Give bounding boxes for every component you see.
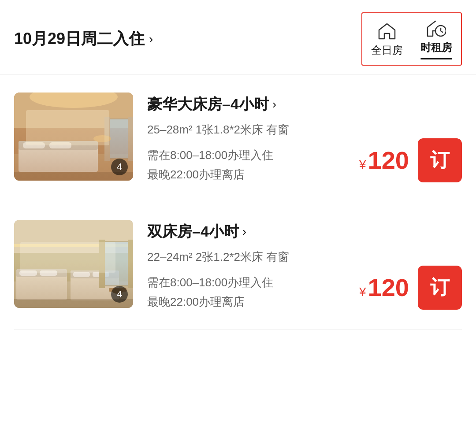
- tab-full-day-label: 全日房: [371, 43, 403, 57]
- svg-point-13: [93, 135, 111, 142]
- svg-rect-11: [104, 117, 110, 161]
- room-type-tab-group: 全日房 时租房: [361, 12, 462, 66]
- room-info-2: 双床房–4小时 › 22–24m² 2张1.2*2米床 有窗 需在8:00–18…: [147, 220, 359, 311]
- room-title-1[interactable]: 豪华大床房–4小时 ›: [147, 94, 359, 115]
- room-card-content-1: 豪华大床房–4小时 › 25–28m² 1张1.8*2米床 有窗 需在8:00–…: [147, 93, 462, 184]
- room-policy-1: 需在8:00–18:00办理入住 最晚22:00办理离店: [147, 145, 359, 184]
- tab-full-day-room[interactable]: 全日房: [371, 21, 403, 57]
- room-image-count-2: 4: [111, 286, 128, 303]
- svg-rect-21: [19, 270, 37, 276]
- svg-rect-29: [99, 240, 105, 288]
- tab-active-underline: [420, 58, 452, 59]
- room-specs-2: 22–24m² 2张1.2*2米床 有窗: [147, 248, 359, 267]
- room-name-1: 豪华大床房–4小时: [147, 94, 269, 115]
- price-symbol-2: ¥: [359, 285, 366, 299]
- svg-rect-25: [73, 272, 90, 277]
- tab-hourly-label: 时租房: [420, 41, 452, 55]
- room-action-1: ¥ 120 订: [359, 138, 462, 184]
- svg-rect-4: [14, 128, 133, 154]
- room-title-chevron-1: ›: [272, 97, 276, 111]
- room-title-chevron-2: ›: [242, 225, 246, 239]
- svg-rect-12: [128, 117, 133, 161]
- date-chevron-icon: ›: [149, 32, 153, 46]
- room-image-count-1: 4: [111, 159, 128, 175]
- svg-rect-22: [40, 270, 57, 276]
- room-image-wrapper-2[interactable]: 4: [14, 220, 133, 308]
- room-policy-2: 需在8:00–18:00办理入住 最晚22:00办理离店: [147, 273, 359, 311]
- svg-rect-7: [23, 142, 45, 148]
- room-title-2[interactable]: 双床房–4小时 ›: [147, 222, 359, 242]
- book-button-1[interactable]: 订: [418, 138, 462, 182]
- svg-rect-24: [71, 270, 119, 278]
- room-specs-1: 25–28m² 1张1.8*2米床 有窗: [147, 121, 359, 139]
- room-policy-line2-2: 最晚22:00办理离店: [147, 295, 245, 308]
- svg-rect-20: [16, 269, 67, 277]
- room-policy-line2-1: 最晚22:00办理离店: [147, 168, 245, 181]
- header-divider: [162, 30, 162, 48]
- room-card-content-2: 双床房–4小时 › 22–24m² 2张1.2*2米床 有窗 需在8:00–18…: [147, 220, 462, 311]
- room-card-2: 4 双床房–4小时 › 22–24m² 2张1.2*2米床 有窗 需在8:00–…: [14, 202, 462, 330]
- svg-rect-19: [16, 269, 67, 300]
- room-action-2: ¥ 120 订: [359, 266, 462, 311]
- svg-rect-30: [128, 240, 133, 288]
- svg-rect-6: [19, 141, 98, 150]
- room-price-1: ¥ 120: [359, 146, 409, 174]
- clock-house-icon: [427, 19, 446, 38]
- room-price-2: ¥ 120: [359, 273, 409, 302]
- price-symbol-1: ¥: [359, 158, 366, 172]
- book-button-2[interactable]: 订: [418, 266, 462, 310]
- room-list: 4 豪华大床房–4小时 › 25–28m² 1张1.8*2米床 有窗 需在8:0…: [0, 75, 476, 330]
- svg-rect-8: [49, 142, 71, 148]
- room-policy-line1-1: 需在8:00–18:00办理入住: [147, 148, 273, 162]
- header-date-section[interactable]: 10月29日周二入住 ›: [14, 28, 162, 50]
- house-icon: [377, 21, 397, 41]
- svg-rect-27: [101, 242, 130, 286]
- room-policy-line1-2: 需在8:00–18:00办理入住: [147, 276, 273, 289]
- room-info-1: 豪华大床房–4小时 › 25–28m² 1张1.8*2米床 有窗 需在8:00–…: [147, 93, 359, 184]
- price-value-1: 120: [368, 146, 409, 174]
- svg-rect-5: [19, 141, 98, 172]
- check-in-date: 10月29日周二入住: [14, 28, 145, 50]
- room-card-1: 4 豪华大床房–4小时 › 25–28m² 1张1.8*2米床 有窗 需在8:0…: [14, 75, 462, 202]
- svg-rect-9: [107, 119, 131, 159]
- room-name-2: 双床房–4小时: [147, 222, 239, 242]
- tab-hourly-room[interactable]: 时租房: [420, 19, 452, 59]
- price-value-2: 120: [368, 273, 409, 302]
- room-image-wrapper-1[interactable]: 4: [14, 93, 133, 181]
- header: 10月29日周二入住 › 全日房 时租房: [0, 0, 476, 75]
- svg-rect-26: [93, 272, 109, 277]
